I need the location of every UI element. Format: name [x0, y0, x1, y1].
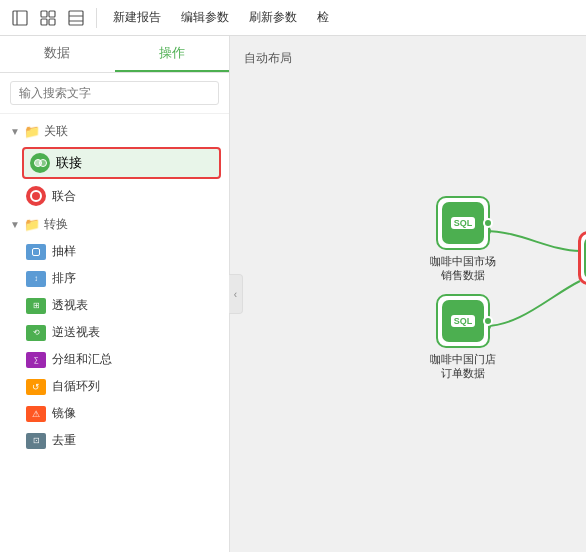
sort-icon: ↕	[26, 271, 46, 287]
node-store-label: 咖啡中国门店 订单数据	[430, 352, 496, 381]
svg-rect-4	[41, 19, 47, 25]
group-transform-label: 转换	[44, 216, 68, 233]
toolbar-icon-2[interactable]	[36, 6, 60, 30]
node-market-box[interactable]: SQL	[436, 196, 490, 250]
canvas: 自动布局 SQL	[230, 36, 586, 552]
tree: ▼ 📁 关联 联接	[0, 114, 229, 552]
tree-item-mirror[interactable]: ⚠ 镜像	[0, 400, 229, 427]
node-store-icon-bg: SQL	[442, 300, 484, 342]
transpose-icon: ⟲	[26, 325, 46, 341]
content-area: 数据 操作 ▼ 📁 关联	[0, 36, 586, 552]
mirror-icon: ⚠	[26, 406, 46, 422]
sample-icon	[26, 244, 46, 260]
search-box	[0, 73, 229, 114]
svg-rect-6	[69, 11, 83, 25]
node-market-icon-bg: SQL	[442, 202, 484, 244]
folder-icon-2: 📁	[24, 217, 40, 232]
group-join-label: 关联	[44, 123, 68, 140]
tree-item-dedup[interactable]: ⊡ 去重	[0, 427, 229, 454]
tree-item-union[interactable]: 联合	[0, 181, 229, 211]
join-item-label: 联接	[56, 154, 82, 172]
group-label: 分组和汇总	[52, 351, 112, 368]
join-item-icon	[30, 153, 50, 173]
sort-label: 排序	[52, 270, 76, 287]
connections-svg	[230, 36, 586, 552]
tabs: 数据 操作	[0, 36, 229, 73]
chevron-icon: ▼	[10, 126, 20, 137]
node-market-label: 咖啡中国市场 销售数据	[430, 254, 496, 283]
toolbar-divider	[96, 8, 97, 28]
tab-operations[interactable]: 操作	[115, 36, 230, 72]
more-button[interactable]: 检	[309, 7, 337, 28]
node-store-connector	[483, 316, 493, 326]
toolbar: 新建报告 编辑参数 刷新参数 检	[0, 0, 586, 36]
node-market[interactable]: SQL 咖啡中国市场 销售数据	[430, 196, 496, 283]
new-report-button[interactable]: 新建报告	[105, 7, 169, 28]
sample-label: 抽样	[52, 243, 76, 260]
tree-item-pivot[interactable]: ⊞ 透视表	[0, 292, 229, 319]
tree-item-group[interactable]: ∑ 分组和汇总	[0, 346, 229, 373]
node-store-box[interactable]: SQL	[436, 294, 490, 348]
union-item-label: 联合	[52, 188, 76, 205]
pivot-icon: ⊞	[26, 298, 46, 314]
svg-rect-5	[49, 19, 55, 25]
toolbar-icon-1[interactable]	[8, 6, 32, 30]
folder-icon: 📁	[24, 124, 40, 139]
group-icon: ∑	[26, 352, 46, 368]
mirror-label: 镜像	[52, 405, 76, 422]
loop-label: 自循环列	[52, 378, 100, 395]
node-market-sql-icon: SQL	[451, 217, 476, 230]
tree-item-transpose[interactable]: ⟲ 逆送视表	[0, 319, 229, 346]
main-container: 新建报告 编辑参数 刷新参数 检 数据 操作 ▼ 📁 关联	[0, 0, 586, 552]
node-market-connector	[483, 218, 493, 228]
collapse-button[interactable]: ‹	[229, 274, 243, 314]
canvas-label: 自动布局	[244, 50, 292, 67]
tree-item-loop[interactable]: ↺ 自循环列	[0, 373, 229, 400]
node-store-sql-icon: SQL	[451, 315, 476, 328]
svg-rect-3	[49, 11, 55, 17]
tree-item-join[interactable]: 联接	[22, 147, 221, 179]
pivot-label: 透视表	[52, 297, 88, 314]
svg-rect-2	[41, 11, 47, 17]
tab-data[interactable]: 数据	[0, 36, 115, 72]
search-input[interactable]	[10, 81, 219, 105]
union-item-icon	[26, 186, 46, 206]
refresh-params-button[interactable]: 刷新参数	[241, 7, 305, 28]
dedup-icon: ⊡	[26, 433, 46, 449]
loop-icon: ↺	[26, 379, 46, 395]
transpose-label: 逆送视表	[52, 324, 100, 341]
dedup-label: 去重	[52, 432, 76, 449]
tree-item-sort[interactable]: ↕ 排序	[0, 265, 229, 292]
tree-group-transform[interactable]: ▼ 📁 转换	[0, 211, 229, 238]
node-store[interactable]: SQL 咖啡中国门店 订单数据	[430, 294, 496, 381]
node-join[interactable]: 联接	[578, 231, 586, 303]
edit-params-button[interactable]: 编辑参数	[173, 7, 237, 28]
toolbar-icon-3[interactable]	[64, 6, 88, 30]
chevron-icon-2: ▼	[10, 219, 20, 230]
tree-group-join[interactable]: ▼ 📁 关联	[0, 118, 229, 145]
tree-item-sample[interactable]: 抽样	[0, 238, 229, 265]
left-panel: 数据 操作 ▼ 📁 关联	[0, 36, 230, 552]
node-join-box[interactable]	[578, 231, 586, 285]
svg-rect-0	[13, 11, 27, 25]
